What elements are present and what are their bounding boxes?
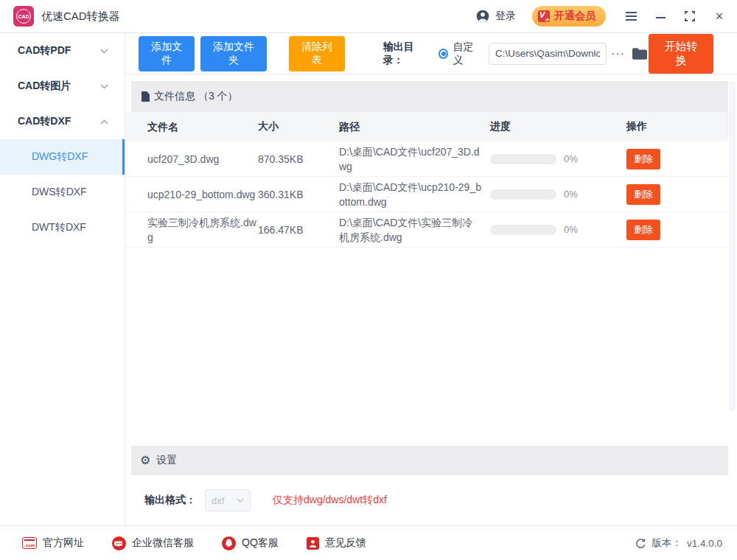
sidebar-group-cad-to-pdf[interactable]: CAD转PDF [0, 33, 125, 69]
website-icon: .com [22, 537, 37, 549]
output-path-input[interactable] [489, 43, 607, 65]
open-vip-button[interactable]: VIP 开通会员 [532, 6, 606, 27]
toolbar: 添加文件 添加文件夹 清除列表 输出目录： 自定义 ··· 开始转换 [125, 33, 737, 74]
footer-link-label: QQ客服 [242, 536, 279, 550]
radio-selected-icon [439, 49, 448, 59]
qq-support-link[interactable]: QQ客服 [222, 536, 279, 550]
header-path: 路径 [339, 119, 490, 134]
progress-bar [490, 154, 556, 164]
titlebar: CAD 优速CAD转换器 登录 VIP [0, 0, 737, 33]
file-path: D:\桌面\CAD文件\ucp210-29_bottom.dwg [339, 180, 490, 209]
feedback-link[interactable]: 意见反馈 [307, 536, 366, 550]
app-window: CAD 优速CAD转换器 登录 VIP [0, 0, 737, 560]
file-name: 实验三制冷机房系统.dwg [125, 215, 258, 245]
progress-percent: 0% [564, 153, 578, 164]
wechat-support-link[interactable]: 企业微信客服 [112, 536, 194, 550]
main-panel: 添加文件 添加文件夹 清除列表 输出目录： 自定义 ··· 开始转换 [125, 33, 737, 525]
format-value: dxf [212, 495, 224, 506]
update-refresh-icon[interactable] [635, 538, 646, 549]
chevron-down-icon [100, 84, 108, 89]
footer: .com 官方网址 企业微信客服 QQ客服 [0, 525, 737, 560]
custom-dir-radio[interactable]: 自定义 [439, 41, 481, 67]
sidebar-group-label: CAD转图片 [18, 80, 71, 93]
version-area: 版本： v1.4.0.0 [635, 536, 722, 550]
progress-bar [490, 189, 556, 200]
file-size: 360.31KB [258, 189, 339, 200]
clear-list-button[interactable]: 清除列表 [289, 36, 345, 71]
chevron-down-icon [100, 49, 108, 54]
file-icon [142, 91, 150, 102]
sidebar-item-dwg-to-dxf[interactable]: DWG转DXF [0, 139, 125, 175]
com-label: .com [24, 542, 35, 548]
footer-link-label: 企业微信客服 [132, 536, 194, 550]
empty-area [125, 248, 737, 446]
browse-more-button[interactable]: ··· [609, 44, 626, 63]
app-logo-text: CAD [16, 9, 31, 24]
output-format-label: 输出格式： [144, 494, 196, 507]
output-dir-label: 输出目录： [383, 41, 431, 67]
delete-button[interactable]: 删除 [626, 184, 660, 205]
vip-icon: VIP [538, 10, 550, 22]
sidebar-item-label: DWT转DXF [32, 221, 86, 234]
app-logo-icon: CAD [13, 6, 34, 27]
header-action: 操作 [626, 120, 728, 133]
official-website-link[interactable]: .com 官方网址 [22, 536, 84, 550]
file-info-title: 文件信息 （3 个） [154, 90, 238, 103]
format-hint: 仅支持dwg/dws/dwt转dxf [273, 494, 387, 507]
app-title: 优速CAD转换器 [41, 10, 120, 24]
add-file-button[interactable]: 添加文件 [139, 36, 195, 71]
file-name: ucp210-29_bottom.dwg [125, 187, 258, 202]
format-row: 输出格式： dxf 仅支持dwg/dws/dwt转dxf [125, 475, 737, 525]
footer-link-label: 官方网址 [43, 536, 84, 550]
sidebar-item-label: DWS转DXF [32, 186, 87, 199]
table-header-row: 文件名 大小 路径 进度 操作 [125, 112, 728, 141]
user-avatar-icon [475, 9, 490, 24]
sidebar-item-dws-to-dxf[interactable]: DWS转DXF [0, 175, 125, 210]
chevron-down-icon [237, 498, 244, 503]
sidebar-group-cad-to-image[interactable]: CAD转图片 [0, 69, 125, 104]
sidebar: CAD转PDF CAD转图片 CAD转DXF DWG转DXF [0, 33, 125, 525]
header-filename: 文件名 [125, 119, 258, 134]
minimize-icon[interactable] [654, 10, 666, 22]
table-row: 实验三制冷机房系统.dwg 166.47KB D:\桌面\CAD文件\实验三制冷… [125, 212, 728, 248]
sidebar-item-dwt-to-dxf[interactable]: DWT转DXF [0, 210, 125, 245]
format-select[interactable]: dxf [205, 489, 251, 511]
chevron-up-icon [100, 119, 108, 125]
menu-icon[interactable] [625, 10, 637, 22]
sidebar-item-label: DWG转DXF [32, 150, 88, 164]
file-table: 文件名 大小 路径 进度 操作 ucf207_3D.dwg 870.35KB D… [125, 112, 728, 248]
file-size: 166.47KB [258, 224, 339, 236]
file-size: 870.35KB [258, 153, 339, 165]
custom-dir-radio-label: 自定义 [453, 41, 481, 67]
settings-header: ⚙ 设置 [131, 446, 728, 475]
sidebar-group-label: CAD转PDF [18, 44, 71, 57]
delete-button[interactable]: 删除 [626, 220, 660, 240]
header-progress: 进度 [490, 120, 626, 133]
table-row: ucp210-29_bottom.dwg 360.31KB D:\桌面\CAD文… [125, 177, 728, 212]
start-convert-button[interactable]: 开始转换 [649, 34, 713, 74]
qq-icon [222, 536, 236, 550]
close-icon[interactable]: × [713, 10, 725, 22]
file-path: D:\桌面\CAD文件\实验三制冷机房系统.dwg [339, 215, 490, 245]
open-folder-icon[interactable] [631, 46, 649, 61]
footer-link-label: 意见反馈 [325, 536, 366, 550]
sidebar-group-label: CAD转DXF [18, 115, 71, 128]
version-value: v1.4.0.0 [687, 538, 722, 549]
sidebar-group-cad-to-dxf[interactable]: CAD转DXF [0, 104, 125, 139]
file-name: ucf207_3D.dwg [125, 152, 258, 167]
settings-title: 设置 [156, 454, 177, 467]
file-path: D:\桌面\CAD文件\ucf207_3D.dwg [339, 144, 490, 174]
maximize-icon[interactable] [684, 10, 696, 22]
file-info-header: 文件信息 （3 个） [131, 81, 728, 112]
vip-label: 开通会员 [554, 10, 595, 23]
progress-percent: 0% [564, 224, 578, 235]
version-label: 版本： [652, 536, 682, 550]
delete-button[interactable]: 删除 [626, 149, 660, 169]
wechat-icon [112, 536, 126, 550]
add-folder-button[interactable]: 添加文件夹 [200, 36, 266, 71]
table-row: ucf207_3D.dwg 870.35KB D:\桌面\CAD文件\ucf20… [125, 141, 728, 177]
login-button[interactable]: 登录 [475, 9, 516, 24]
login-label: 登录 [495, 10, 516, 23]
scrollbar-track[interactable] [729, 82, 736, 411]
progress-bar [490, 225, 556, 235]
